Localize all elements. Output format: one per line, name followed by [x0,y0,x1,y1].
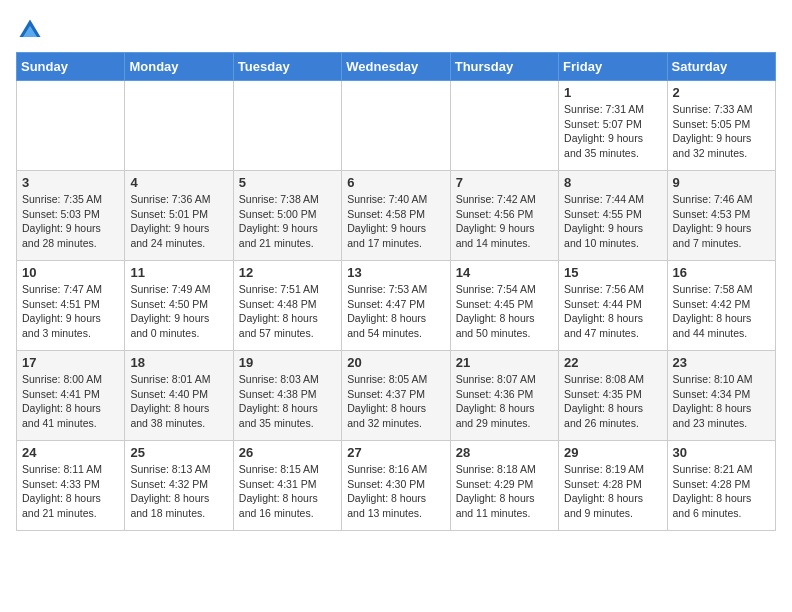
col-header-friday: Friday [559,53,667,81]
calendar-week-row: 10Sunrise: 7:47 AM Sunset: 4:51 PM Dayli… [17,261,776,351]
calendar-week-row: 24Sunrise: 8:11 AM Sunset: 4:33 PM Dayli… [17,441,776,531]
day-info: Sunrise: 7:44 AM Sunset: 4:55 PM Dayligh… [564,192,661,251]
calendar-week-row: 17Sunrise: 8:00 AM Sunset: 4:41 PM Dayli… [17,351,776,441]
logo [16,16,48,44]
calendar-cell: 21Sunrise: 8:07 AM Sunset: 4:36 PM Dayli… [450,351,558,441]
day-info: Sunrise: 7:42 AM Sunset: 4:56 PM Dayligh… [456,192,553,251]
day-number: 13 [347,265,444,280]
col-header-wednesday: Wednesday [342,53,450,81]
day-number: 22 [564,355,661,370]
day-info: Sunrise: 7:40 AM Sunset: 4:58 PM Dayligh… [347,192,444,251]
calendar-cell [233,81,341,171]
day-info: Sunrise: 8:21 AM Sunset: 4:28 PM Dayligh… [673,462,770,521]
page-header [16,16,776,44]
day-number: 21 [456,355,553,370]
calendar-table: SundayMondayTuesdayWednesdayThursdayFrid… [16,52,776,531]
day-info: Sunrise: 7:49 AM Sunset: 4:50 PM Dayligh… [130,282,227,341]
day-number: 10 [22,265,119,280]
calendar-cell: 29Sunrise: 8:19 AM Sunset: 4:28 PM Dayli… [559,441,667,531]
day-info: Sunrise: 8:07 AM Sunset: 4:36 PM Dayligh… [456,372,553,431]
calendar-cell: 14Sunrise: 7:54 AM Sunset: 4:45 PM Dayli… [450,261,558,351]
day-info: Sunrise: 8:18 AM Sunset: 4:29 PM Dayligh… [456,462,553,521]
calendar-cell: 8Sunrise: 7:44 AM Sunset: 4:55 PM Daylig… [559,171,667,261]
day-info: Sunrise: 7:47 AM Sunset: 4:51 PM Dayligh… [22,282,119,341]
calendar-cell: 13Sunrise: 7:53 AM Sunset: 4:47 PM Dayli… [342,261,450,351]
col-header-thursday: Thursday [450,53,558,81]
day-info: Sunrise: 7:58 AM Sunset: 4:42 PM Dayligh… [673,282,770,341]
day-number: 25 [130,445,227,460]
calendar-week-row: 1Sunrise: 7:31 AM Sunset: 5:07 PM Daylig… [17,81,776,171]
calendar-header-row: SundayMondayTuesdayWednesdayThursdayFrid… [17,53,776,81]
day-number: 7 [456,175,553,190]
day-info: Sunrise: 7:53 AM Sunset: 4:47 PM Dayligh… [347,282,444,341]
day-info: Sunrise: 7:33 AM Sunset: 5:05 PM Dayligh… [673,102,770,161]
day-number: 3 [22,175,119,190]
day-number: 1 [564,85,661,100]
day-number: 23 [673,355,770,370]
day-number: 28 [456,445,553,460]
calendar-cell: 20Sunrise: 8:05 AM Sunset: 4:37 PM Dayli… [342,351,450,441]
day-info: Sunrise: 8:01 AM Sunset: 4:40 PM Dayligh… [130,372,227,431]
col-header-sunday: Sunday [17,53,125,81]
day-number: 14 [456,265,553,280]
day-info: Sunrise: 8:03 AM Sunset: 4:38 PM Dayligh… [239,372,336,431]
day-number: 8 [564,175,661,190]
day-number: 12 [239,265,336,280]
calendar-cell: 15Sunrise: 7:56 AM Sunset: 4:44 PM Dayli… [559,261,667,351]
day-info: Sunrise: 7:31 AM Sunset: 5:07 PM Dayligh… [564,102,661,161]
day-info: Sunrise: 7:38 AM Sunset: 5:00 PM Dayligh… [239,192,336,251]
day-info: Sunrise: 8:13 AM Sunset: 4:32 PM Dayligh… [130,462,227,521]
calendar-cell: 28Sunrise: 8:18 AM Sunset: 4:29 PM Dayli… [450,441,558,531]
day-number: 15 [564,265,661,280]
day-number: 19 [239,355,336,370]
day-info: Sunrise: 7:56 AM Sunset: 4:44 PM Dayligh… [564,282,661,341]
calendar-cell: 2Sunrise: 7:33 AM Sunset: 5:05 PM Daylig… [667,81,775,171]
day-number: 5 [239,175,336,190]
calendar-cell: 6Sunrise: 7:40 AM Sunset: 4:58 PM Daylig… [342,171,450,261]
calendar-cell: 16Sunrise: 7:58 AM Sunset: 4:42 PM Dayli… [667,261,775,351]
day-info: Sunrise: 7:35 AM Sunset: 5:03 PM Dayligh… [22,192,119,251]
calendar-cell: 5Sunrise: 7:38 AM Sunset: 5:00 PM Daylig… [233,171,341,261]
day-info: Sunrise: 8:00 AM Sunset: 4:41 PM Dayligh… [22,372,119,431]
calendar-cell: 3Sunrise: 7:35 AM Sunset: 5:03 PM Daylig… [17,171,125,261]
calendar-cell: 17Sunrise: 8:00 AM Sunset: 4:41 PM Dayli… [17,351,125,441]
day-number: 26 [239,445,336,460]
calendar-cell: 1Sunrise: 7:31 AM Sunset: 5:07 PM Daylig… [559,81,667,171]
calendar-cell: 24Sunrise: 8:11 AM Sunset: 4:33 PM Dayli… [17,441,125,531]
calendar-cell [450,81,558,171]
day-number: 18 [130,355,227,370]
calendar-cell [17,81,125,171]
calendar-cell: 18Sunrise: 8:01 AM Sunset: 4:40 PM Dayli… [125,351,233,441]
day-info: Sunrise: 8:15 AM Sunset: 4:31 PM Dayligh… [239,462,336,521]
day-info: Sunrise: 7:51 AM Sunset: 4:48 PM Dayligh… [239,282,336,341]
calendar-cell: 26Sunrise: 8:15 AM Sunset: 4:31 PM Dayli… [233,441,341,531]
day-number: 9 [673,175,770,190]
day-info: Sunrise: 7:36 AM Sunset: 5:01 PM Dayligh… [130,192,227,251]
day-info: Sunrise: 8:16 AM Sunset: 4:30 PM Dayligh… [347,462,444,521]
calendar-cell: 27Sunrise: 8:16 AM Sunset: 4:30 PM Dayli… [342,441,450,531]
day-number: 24 [22,445,119,460]
day-number: 29 [564,445,661,460]
day-number: 30 [673,445,770,460]
day-number: 2 [673,85,770,100]
calendar-cell: 4Sunrise: 7:36 AM Sunset: 5:01 PM Daylig… [125,171,233,261]
calendar-cell: 30Sunrise: 8:21 AM Sunset: 4:28 PM Dayli… [667,441,775,531]
day-info: Sunrise: 8:10 AM Sunset: 4:34 PM Dayligh… [673,372,770,431]
logo-icon [16,16,44,44]
calendar-cell: 19Sunrise: 8:03 AM Sunset: 4:38 PM Dayli… [233,351,341,441]
calendar-cell: 10Sunrise: 7:47 AM Sunset: 4:51 PM Dayli… [17,261,125,351]
col-header-tuesday: Tuesday [233,53,341,81]
calendar-cell: 23Sunrise: 8:10 AM Sunset: 4:34 PM Dayli… [667,351,775,441]
day-number: 11 [130,265,227,280]
calendar-cell: 12Sunrise: 7:51 AM Sunset: 4:48 PM Dayli… [233,261,341,351]
day-info: Sunrise: 7:46 AM Sunset: 4:53 PM Dayligh… [673,192,770,251]
day-number: 20 [347,355,444,370]
day-info: Sunrise: 8:11 AM Sunset: 4:33 PM Dayligh… [22,462,119,521]
day-number: 27 [347,445,444,460]
calendar-cell: 9Sunrise: 7:46 AM Sunset: 4:53 PM Daylig… [667,171,775,261]
calendar-cell: 7Sunrise: 7:42 AM Sunset: 4:56 PM Daylig… [450,171,558,261]
col-header-saturday: Saturday [667,53,775,81]
day-number: 16 [673,265,770,280]
calendar-week-row: 3Sunrise: 7:35 AM Sunset: 5:03 PM Daylig… [17,171,776,261]
calendar-cell [342,81,450,171]
